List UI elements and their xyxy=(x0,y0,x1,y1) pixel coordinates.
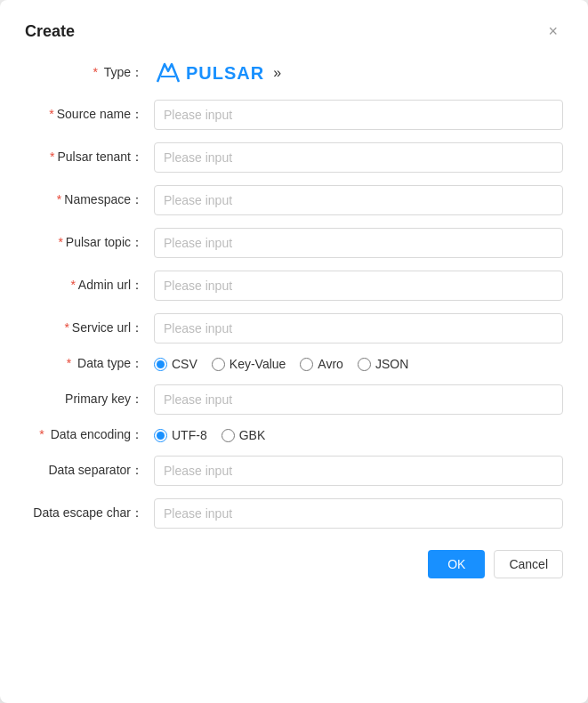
required-star: * xyxy=(70,278,75,292)
pulsar-text: PULSAR xyxy=(186,63,264,84)
data-separator-label: Data separator： xyxy=(25,463,154,479)
data-separator-input[interactable] xyxy=(154,456,563,486)
pulsar-topic-label: *Pulsar topic： xyxy=(25,235,154,251)
fields-container: *Source name：*Pulsar tenant：*Namespace：*… xyxy=(25,100,563,343)
radio-json-label: JSON xyxy=(375,357,408,371)
data-type-label: * Data type： xyxy=(25,356,154,372)
radio-keyvalue[interactable]: Key-Value xyxy=(212,357,286,371)
radio-json-input[interactable] xyxy=(358,358,371,371)
data-escape-char-input[interactable] xyxy=(154,498,563,529)
radio-avro[interactable]: Avro xyxy=(300,357,343,371)
cancel-button[interactable]: Cancel xyxy=(494,550,563,578)
radio-gbk[interactable]: GBK xyxy=(222,428,266,442)
admin-url-row: *Admin url： xyxy=(25,271,563,301)
pulsar-icon xyxy=(154,59,182,87)
service-url-label: *Service url： xyxy=(25,320,154,336)
dialog-title: Create xyxy=(25,22,75,41)
required-star: * xyxy=(67,356,71,370)
radio-csv-label: CSV xyxy=(172,357,197,371)
service-url-input[interactable] xyxy=(154,313,563,343)
primary-key-row: Primary key： xyxy=(25,384,563,415)
source-name-label: *Source name： xyxy=(25,107,154,123)
namespace-input[interactable] xyxy=(154,185,563,215)
radio-utf8-input[interactable] xyxy=(154,429,167,442)
data-type-radio-group: CSV Key-Value Avro JSON xyxy=(154,357,563,371)
radio-keyvalue-label: Key-Value xyxy=(230,357,286,371)
pulsar-tenant-input[interactable] xyxy=(154,142,563,173)
required-star: * xyxy=(57,192,61,206)
radio-csv[interactable]: CSV xyxy=(154,357,197,371)
pulsar-tenant-row: *Pulsar tenant： xyxy=(25,142,563,173)
required-star: * xyxy=(64,320,68,335)
pulsar-topic-row: *Pulsar topic： xyxy=(25,228,563,258)
type-row: * Type： PULSAR » xyxy=(25,59,563,87)
data-escape-char-label: Data escape char： xyxy=(25,505,154,521)
close-button[interactable]: × xyxy=(543,21,563,41)
radio-avro-label: Avro xyxy=(318,357,343,371)
radio-csv-input[interactable] xyxy=(154,358,167,371)
primary-key-label: Primary key： xyxy=(25,392,154,408)
radio-utf8[interactable]: UTF-8 xyxy=(154,428,207,442)
admin-url-input[interactable] xyxy=(154,271,563,301)
required-star: * xyxy=(39,427,44,441)
required-star: * xyxy=(49,107,53,121)
data-encoding-label: * Data encoding： xyxy=(25,427,154,443)
data-type-row: * Data type： CSV Key-Value Avro JSON xyxy=(25,356,563,372)
radio-gbk-label: GBK xyxy=(239,428,266,442)
radio-keyvalue-input[interactable] xyxy=(212,358,225,371)
source-name-row: *Source name： xyxy=(25,100,563,130)
data-encoding-radio-group: UTF-8 GBK xyxy=(154,428,563,442)
radio-gbk-input[interactable] xyxy=(222,429,235,442)
create-dialog: Create × * Type： PULSAR » *Source name：*… xyxy=(0,0,588,703)
required-star: * xyxy=(58,235,62,249)
radio-avro-input[interactable] xyxy=(300,358,313,371)
radio-json[interactable]: JSON xyxy=(358,357,408,371)
dialog-header: Create × xyxy=(25,21,563,41)
chevron-double-icon: » xyxy=(273,65,281,81)
namespace-label: *Namespace： xyxy=(25,192,154,208)
data-escape-char-row: Data escape char： xyxy=(25,498,563,529)
service-url-row: *Service url： xyxy=(25,313,563,343)
type-label: * Type： xyxy=(25,65,154,81)
namespace-row: *Namespace： xyxy=(25,185,563,215)
primary-key-input[interactable] xyxy=(154,384,563,415)
required-star: * xyxy=(50,149,54,164)
source-name-input[interactable] xyxy=(154,100,563,130)
pulsar-logo[interactable]: PULSAR » xyxy=(154,59,281,87)
dialog-footer: OK Cancel xyxy=(25,550,563,578)
ok-button[interactable]: OK xyxy=(428,550,485,578)
pulsar-topic-input[interactable] xyxy=(154,228,563,258)
admin-url-label: *Admin url： xyxy=(25,278,154,294)
radio-utf8-label: UTF-8 xyxy=(172,428,207,442)
pulsar-tenant-label: *Pulsar tenant： xyxy=(25,149,154,166)
data-separator-row: Data separator： xyxy=(25,456,563,486)
data-encoding-row: * Data encoding： UTF-8 GBK xyxy=(25,427,563,443)
required-star: * xyxy=(93,65,98,79)
